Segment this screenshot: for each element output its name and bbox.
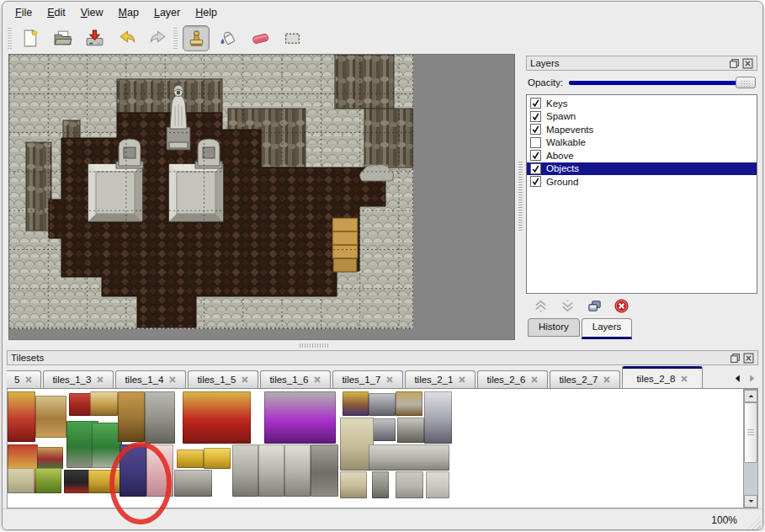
- tileset-tab-tiles_2_7[interactable]: tiles_2_7: [550, 370, 620, 388]
- tab-history[interactable]: History: [528, 318, 580, 337]
- tile-knight-armor[interactable]: [424, 391, 452, 444]
- tile-purple-door[interactable]: [120, 444, 146, 497]
- tab-close-icon[interactable]: [241, 375, 249, 384]
- tile-silver-chest[interactable]: [369, 393, 396, 416]
- tile-parchment[interactable]: [8, 468, 35, 493]
- opacity-slider[interactable]: [569, 76, 756, 89]
- scrollbar-track[interactable]: [744, 463, 757, 495]
- layer-visibility-checkbox[interactable]: [530, 163, 541, 174]
- layer-row-keys[interactable]: Keys: [527, 97, 757, 110]
- tileset-scrollbar[interactable]: [744, 389, 758, 508]
- tile-stone-gate[interactable]: [145, 391, 175, 444]
- scroll-tabs-left-icon[interactable]: [730, 370, 744, 387]
- redo-button[interactable]: [145, 25, 172, 51]
- layer-row-spawn[interactable]: Spawn: [527, 110, 757, 124]
- layer-visibility-checkbox[interactable]: [530, 111, 541, 122]
- tileset-content[interactable]: [7, 389, 744, 508]
- map-view[interactable]: [8, 54, 515, 340]
- tile-mirror-stand[interactable]: [90, 391, 118, 416]
- layer-row-walkable[interactable]: Walkable: [527, 136, 757, 150]
- tile-pink-bed[interactable]: [146, 444, 173, 497]
- tile-wooden-crate[interactable]: [396, 391, 422, 416]
- scrollbar-thumb[interactable]: [744, 402, 757, 463]
- undo-button[interactable]: [113, 25, 140, 51]
- tab-close-icon[interactable]: [96, 375, 104, 384]
- map-canvas[interactable]: [9, 55, 413, 329]
- close-panel-icon[interactable]: [743, 353, 754, 364]
- layer-visibility-checkbox[interactable]: [530, 124, 541, 135]
- tileset-tab-tiles_2_8[interactable]: tiles_2_8: [622, 366, 703, 388]
- tile-stone-block[interactable]: [396, 471, 423, 498]
- save-file-button[interactable]: [81, 25, 108, 51]
- toolbar-drag-handle[interactable]: [8, 28, 12, 50]
- open-file-button[interactable]: [49, 25, 76, 51]
- delete-layer-button[interactable]: [613, 298, 630, 315]
- tile-gargoyle-statue[interactable]: [311, 444, 338, 497]
- layer-row-ground[interactable]: Ground: [527, 175, 757, 189]
- tileset-tab-tiles_1_4[interactable]: tiles_1_4: [115, 370, 186, 388]
- float-panel-icon[interactable]: [730, 353, 741, 364]
- tileset-tab-tiles_1_5[interactable]: tiles_1_5: [188, 370, 258, 388]
- tile-banner-red[interactable]: [8, 391, 35, 442]
- close-panel-icon[interactable]: [742, 58, 753, 69]
- tile-small-obelisk[interactable]: [340, 471, 367, 498]
- float-panel-icon[interactable]: [729, 58, 740, 69]
- tab-close-icon[interactable]: [530, 375, 539, 384]
- tileset-tab-tiles_1_6[interactable]: tiles_1_6: [260, 370, 331, 388]
- tile-green-banner[interactable]: [35, 468, 61, 493]
- layer-row-above[interactable]: Above: [527, 149, 757, 162]
- fill-tool-button[interactable]: [215, 25, 242, 51]
- vertical-splitter[interactable]: [515, 54, 526, 340]
- tile-stone-block-light[interactable]: [426, 471, 449, 498]
- duplicate-layer-button[interactable]: [586, 298, 603, 315]
- layer-row-objects[interactable]: Objects: [527, 162, 757, 176]
- tile-red-stool[interactable]: [69, 393, 91, 416]
- tab-close-icon[interactable]: [603, 375, 611, 384]
- tab-close-icon[interactable]: [680, 375, 688, 383]
- tile-wooden-door-tile[interactable]: [118, 391, 145, 442]
- scroll-down-icon[interactable]: [744, 495, 757, 508]
- tab-close-icon[interactable]: [458, 375, 466, 384]
- tile-stone-platform[interactable]: [369, 444, 449, 471]
- tile-weaving-looms[interactable]: [35, 396, 66, 438]
- menu-view[interactable]: View: [75, 4, 109, 21]
- resize-grip[interactable]: [747, 516, 761, 529]
- new-file-button[interactable]: [17, 25, 44, 51]
- menu-help[interactable]: Help: [189, 4, 223, 21]
- tileset-tab-tiles_2_1[interactable]: tiles_2_1: [405, 370, 475, 388]
- menu-file[interactable]: File: [9, 4, 38, 21]
- tab-layers[interactable]: Layers: [582, 318, 633, 339]
- menu-map[interactable]: Map: [113, 4, 145, 21]
- tab-close-icon[interactable]: [24, 375, 33, 384]
- tab-close-icon[interactable]: [313, 375, 321, 384]
- tile-king-portrait[interactable]: [343, 391, 369, 416]
- layer-visibility-checkbox[interactable]: [530, 137, 541, 148]
- tab-close-icon[interactable]: [385, 375, 394, 384]
- tile-stone-pillar[interactable]: [372, 471, 389, 498]
- tile-gold-key[interactable]: [177, 450, 204, 468]
- scroll-up-icon[interactable]: [744, 390, 757, 402]
- tileset-tab-tiles_1_3[interactable]: tiles_1_3: [43, 370, 114, 388]
- tile-red-throne[interactable]: [183, 391, 251, 444]
- layer-visibility-checkbox[interactable]: [530, 150, 541, 161]
- tileset-tab-tiles_2_6[interactable]: tiles_2_6: [477, 370, 548, 388]
- toolbar-drag-handle[interactable]: [173, 28, 178, 50]
- layer-visibility-checkbox[interactable]: [530, 176, 541, 187]
- tile-gold-pile[interactable]: [204, 448, 231, 469]
- select-tool-button[interactable]: [279, 25, 305, 51]
- tab-close-icon[interactable]: [168, 375, 177, 384]
- stamp-tool-button[interactable]: [183, 25, 210, 51]
- tile-purple-throne[interactable]: [264, 391, 336, 444]
- menu-layer[interactable]: Layer: [148, 4, 186, 21]
- layer-row-mapevents[interactable]: Mapevents: [527, 123, 757, 136]
- tile-hooded-statue-tile[interactable]: [232, 444, 258, 497]
- tile-gold-cross[interactable]: [88, 470, 121, 493]
- tile-bookshelf[interactable]: [37, 447, 63, 469]
- opacity-slider-handle[interactable]: [736, 77, 756, 88]
- tile-angel-statue-right[interactable]: [284, 444, 311, 497]
- layer-visibility-checkbox[interactable]: [530, 98, 541, 109]
- tileset-tab-tiles_1_7[interactable]: tiles_1_7: [332, 370, 403, 388]
- tile-angel-statue-left[interactable]: [258, 444, 284, 497]
- eraser-tool-button[interactable]: [247, 25, 274, 51]
- horizontal-splitter[interactable]: [3, 340, 762, 350]
